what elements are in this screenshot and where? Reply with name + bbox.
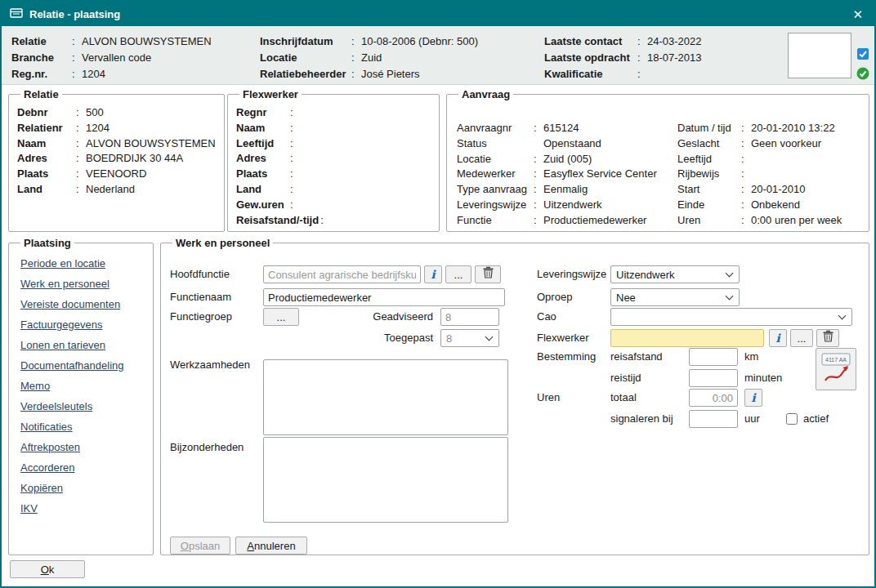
- info-row: Naam:: [236, 121, 431, 136]
- separator: :: [74, 182, 86, 198]
- summary-row: Branche:Vervallen code: [11, 50, 212, 66]
- field-value: José Pieters: [361, 66, 420, 82]
- nav-link-accorderen[interactable]: Accorderen: [20, 461, 143, 474]
- field-value: VEENOORD: [86, 167, 146, 182]
- route-sign-text: 4117 AA: [825, 357, 847, 363]
- nav-link-notificaties[interactable]: Notificaties: [20, 421, 143, 433]
- summary-column-relatie: Relatie:ALVON BOUWSYSTEMEN Branche:Verva…: [11, 33, 212, 82]
- separator: :: [740, 136, 751, 152]
- field-value: 24-03-2022: [647, 33, 702, 50]
- hoofdfunctie-delete-button[interactable]: [475, 265, 501, 283]
- close-icon[interactable]: ✕: [849, 7, 866, 22]
- info-row: Geslacht:Geen voorkeur: [677, 136, 842, 152]
- info-row: Aanvraagnr:615124: [457, 121, 657, 136]
- ellipsis-icon: ...: [798, 332, 807, 345]
- trash-icon: [823, 332, 834, 345]
- cao-select[interactable]: [610, 308, 852, 326]
- separator: :: [288, 136, 300, 152]
- field-value: 1204: [86, 121, 110, 136]
- info-row: Uren:0:00 uren per week: [677, 213, 842, 229]
- ellipsis-icon: ...: [277, 311, 286, 323]
- ellipsis-icon: ...: [454, 269, 463, 281]
- nav-link-aftrekposten[interactable]: Aftrekposten: [20, 441, 143, 453]
- selected-value: 8: [446, 332, 452, 345]
- field-value: Productiemedewerker: [543, 213, 646, 229]
- actief-checkbox[interactable]: [786, 413, 798, 425]
- signaleren-bij-label: signaleren bij: [610, 410, 673, 428]
- field-label: Naam: [236, 121, 288, 136]
- field-value: 20-01-2010 13:22: [751, 121, 835, 136]
- nav-link-vereiste-documenten[interactable]: Vereiste documenten: [20, 298, 143, 310]
- opslaan-button[interactable]: Opslaan: [170, 537, 230, 555]
- field-label: Start: [677, 182, 740, 198]
- bijzonderheden-label: Bijzonderheden: [170, 439, 244, 457]
- separator: :: [70, 50, 82, 66]
- info-row: Rijbewijs:: [677, 167, 842, 182]
- field-label: Land: [17, 182, 74, 198]
- nav-link-ikv[interactable]: IKV: [20, 502, 143, 514]
- leveringswijze-select[interactable]: Uitzendwerk: [610, 265, 740, 283]
- flexwerker-input[interactable]: [610, 329, 764, 347]
- nav-link-documentafhandeling[interactable]: Documentafhandeling: [20, 359, 143, 372]
- hoofdfunctie-info-button[interactable]: i: [424, 265, 442, 283]
- field-label: Locatie: [260, 50, 350, 66]
- nav-link-werk-en-personeel[interactable]: Werk en personeel: [20, 278, 143, 290]
- plaatsing-panel: Plaatsing Periode en locatie Werk en per…: [8, 237, 154, 555]
- panel-title: Aanvraag: [458, 88, 513, 100]
- hoofdfunctie-browse-button[interactable]: ...: [445, 265, 472, 283]
- nav-link-lonen-en-tarieven[interactable]: Lonen en tarieven: [20, 339, 143, 351]
- flexwerker-info-button[interactable]: i: [769, 329, 787, 347]
- toegepast-select[interactable]: 8: [440, 329, 499, 347]
- totaal-label: totaal: [610, 389, 637, 407]
- uren-totaal-input[interactable]: [689, 389, 738, 407]
- field-label: Leeftijd: [236, 136, 288, 152]
- flexwerker-delete-button[interactable]: [816, 329, 839, 347]
- nav-link-verdeelsleutels[interactable]: Verdeelsleutels: [20, 400, 143, 412]
- field-value: Zuid (005): [543, 152, 592, 167]
- field-label: Laatste contact: [544, 33, 636, 50]
- uren-info-button[interactable]: i: [744, 389, 762, 407]
- field-label: Adres: [236, 151, 288, 167]
- bijzonderheden-textarea[interactable]: [263, 437, 508, 523]
- reisafstand-label: reisafstand: [610, 348, 663, 366]
- blue-checkbox-icon[interactable]: [856, 47, 869, 60]
- flexwerker-rows: Regnr: Naam: Leeftijd: Adres: Plaats: La…: [236, 105, 431, 228]
- selected-value: Uitzendwerk: [616, 269, 675, 281]
- chevron-down-icon: [485, 332, 494, 341]
- functienaam-input[interactable]: [263, 288, 505, 306]
- signaleren-bij-input[interactable]: [689, 410, 738, 428]
- flexwerker-browse-button[interactable]: ...: [790, 329, 813, 347]
- geadviseerd-input[interactable]: [440, 308, 499, 326]
- summary-row: Kwalificatie:: [544, 66, 702, 82]
- reistijd-input[interactable]: [689, 369, 738, 387]
- separator: :: [740, 213, 751, 229]
- separator: :: [70, 66, 82, 82]
- summary-row: Reg.nr.:1204: [11, 66, 212, 82]
- separator: :: [74, 121, 86, 136]
- info-row: Debnr:500: [17, 105, 216, 121]
- nav-link-kopieren[interactable]: Kopiëren: [20, 482, 143, 494]
- summary-row: Relatiebeheerder:José Pieters: [260, 66, 478, 82]
- separator: :: [740, 182, 751, 198]
- nav-link-memo[interactable]: Memo: [20, 380, 143, 392]
- info-row: Functie:Productiemedewerker: [457, 213, 657, 229]
- chevron-down-icon: [838, 311, 847, 319]
- field-value: 615124: [543, 121, 579, 136]
- ok-button[interactable]: Ok: [10, 560, 85, 578]
- field-label: Land: [236, 182, 288, 198]
- field-label: Rijbewijs: [677, 167, 740, 182]
- route-planner-icon[interactable]: 4117 AA: [816, 348, 856, 390]
- oproep-select[interactable]: Nee: [610, 288, 740, 306]
- annuleren-button[interactable]: Annuleren: [235, 537, 307, 555]
- info-row: Plaats:: [236, 167, 431, 182]
- nav-link-periode-en-locatie[interactable]: Periode en locatie: [20, 257, 143, 270]
- field-value: ALVON BOUWSYSTEMEN: [86, 136, 216, 152]
- hoofdfunctie-input[interactable]: [263, 265, 421, 283]
- nav-link-factuurgegevens[interactable]: Factuurgegevens: [20, 318, 143, 331]
- info-row: Adres:BOEDRDIJK 30 44A: [17, 151, 216, 167]
- flexwerker-panel: Flexwerker Regnr: Naam: Leeftijd: Adres:…: [227, 88, 440, 232]
- info-row: Reisafstand/-tijd:: [236, 213, 431, 229]
- functiegroep-browse-button[interactable]: ...: [263, 308, 299, 326]
- werkzaamheden-textarea[interactable]: [263, 359, 508, 435]
- reisafstand-input[interactable]: [689, 348, 738, 366]
